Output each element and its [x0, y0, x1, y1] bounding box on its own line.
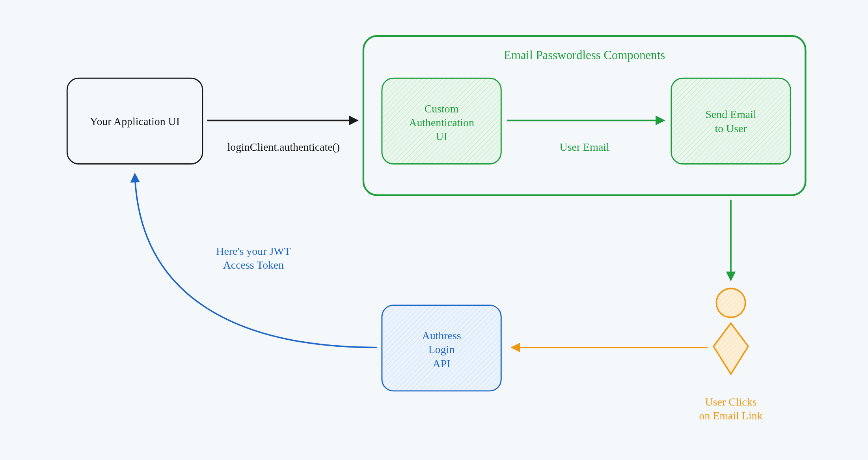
custom-auth-line-0: Custom	[425, 103, 459, 115]
custom-auth-line-2: UI	[436, 130, 447, 142]
svg-point-11	[716, 288, 745, 317]
send-email-box: Send Email to User	[671, 78, 790, 164]
jwt-line-1: Access Token	[223, 259, 284, 271]
authress-login-api-box: Authress Login API	[382, 305, 501, 391]
diagram-canvas: Email Passwordless Components Custom Aut…	[0, 0, 868, 460]
send-email-line-0: Send Email	[705, 108, 756, 120]
send-email-line-1: to User	[715, 122, 747, 135]
custom-auth-line-1: Authentication	[409, 116, 474, 129]
label-user-email: User Email	[560, 141, 609, 153]
label-auth-call: loginClient.authenticate()	[227, 141, 340, 153]
jwt-line-0: Here's your JWT	[216, 245, 291, 257]
authress-line-0: Authress	[422, 329, 461, 342]
authress-line-1: Login	[428, 343, 455, 355]
authress-line-2: API	[433, 357, 451, 370]
custom-auth-ui-box: Custom Authentication UI	[382, 78, 501, 164]
user-clicks-line-0: User Clicks	[705, 396, 757, 408]
svg-rect-9	[671, 78, 790, 164]
app-ui-line-0: Your Application UI	[90, 115, 180, 127]
components-title: Email Passwordless Components	[504, 49, 665, 62]
user-clicks-line-1: on Email Link	[699, 410, 763, 422]
